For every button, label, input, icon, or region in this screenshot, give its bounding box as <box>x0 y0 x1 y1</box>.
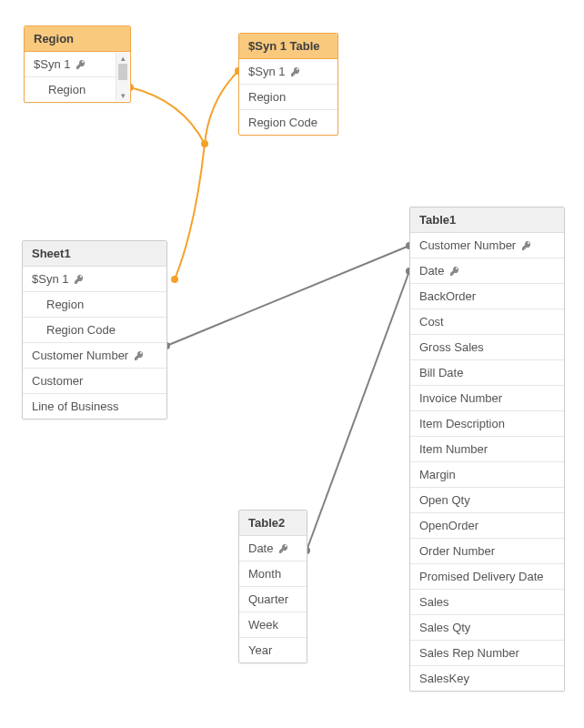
field-row[interactable]: Quarter <box>239 587 307 612</box>
field-row[interactable]: Region <box>239 85 337 110</box>
field-list: $Syn 1Region <box>25 52 130 102</box>
field-row[interactable]: OpenOrder <box>410 513 564 539</box>
field-row[interactable]: $Syn 1 <box>23 267 166 292</box>
table-region[interactable]: Region $Syn 1Region ▴ ▾ <box>24 25 131 103</box>
field-label: Customer Number <box>32 349 128 362</box>
field-row[interactable]: $Syn 1 <box>25 52 116 77</box>
field-label: Order Number <box>419 544 495 558</box>
field-label: SalesKey <box>419 672 469 685</box>
field-label: Item Description <box>419 417 505 430</box>
field-label: Week <box>248 618 278 632</box>
field-row[interactable]: $Syn 1 <box>239 59 337 85</box>
field-label: Customer Number <box>419 238 516 252</box>
field-row[interactable]: Line of Business <box>23 394 166 419</box>
scrollbar[interactable]: ▴ ▾ <box>116 53 129 101</box>
table-header[interactable]: Table2 <box>239 511 307 536</box>
field-row[interactable]: Customer Number <box>23 343 166 369</box>
field-row[interactable]: Invoice Number <box>410 386 564 411</box>
field-row[interactable]: Order Number <box>410 539 564 564</box>
table-header[interactable]: $Syn 1 Table <box>239 34 337 59</box>
table-sheet1[interactable]: Sheet1 $Syn 1RegionRegion CodeCustomer N… <box>22 240 167 420</box>
key-icon <box>134 350 145 361</box>
field-row[interactable]: Date <box>239 536 307 561</box>
field-row[interactable]: Item Number <box>410 437 564 462</box>
key-icon <box>76 59 86 70</box>
field-label: Region <box>48 83 86 96</box>
field-label: Date <box>419 264 444 278</box>
field-row[interactable]: Customer <box>23 369 166 394</box>
field-label: Invoice Number <box>419 391 502 405</box>
table-syn1[interactable]: $Syn 1 Table $Syn 1RegionRegion Code <box>238 33 338 136</box>
field-row[interactable]: BackOrder <box>410 284 564 309</box>
field-row[interactable]: Region <box>25 77 116 102</box>
key-icon <box>278 543 289 554</box>
key-icon <box>290 66 301 77</box>
field-label: Date <box>248 541 273 555</box>
title: Sheet1 <box>32 247 71 260</box>
field-row[interactable]: Week <box>239 612 307 638</box>
field-label: $Syn 1 <box>248 65 285 78</box>
table-table2[interactable]: Table2 DateMonthQuarterWeekYear <box>238 510 307 663</box>
field-label: Sales Rep Number <box>419 646 519 660</box>
key-icon <box>449 266 460 277</box>
field-row[interactable]: Sales <box>410 590 564 615</box>
field-row[interactable]: Date <box>410 258 564 284</box>
field-label: Gross Sales <box>419 340 484 354</box>
table-table1[interactable]: Table1 Customer NumberDateBackOrderCostG… <box>409 207 565 692</box>
field-label: Quarter <box>248 592 288 606</box>
field-label: $Syn 1 <box>34 57 70 71</box>
field-label: Sales <box>419 595 449 609</box>
field-list: Customer NumberDateBackOrderCostGross Sa… <box>410 233 564 691</box>
svg-point-3 <box>171 276 178 283</box>
table-header[interactable]: Table1 <box>410 207 564 233</box>
field-label: Line of Business <box>32 399 118 413</box>
field-label: Month <box>248 567 281 581</box>
field-row[interactable]: Bill Date <box>410 360 564 386</box>
table-header[interactable]: Sheet1 <box>23 241 166 267</box>
key-icon <box>521 240 532 251</box>
title: Table2 <box>248 516 285 530</box>
field-label: Promised Delivery Date <box>419 570 544 583</box>
field-label: Item Number <box>419 442 488 456</box>
field-row[interactable]: SalesKey <box>410 666 564 691</box>
field-row[interactable]: Sales Rep Number <box>410 641 564 666</box>
field-list: DateMonthQuarterWeekYear <box>239 536 307 662</box>
field-label: Region <box>46 298 84 311</box>
field-row[interactable]: Promised Delivery Date <box>410 564 564 590</box>
field-row[interactable]: Cost <box>410 309 564 335</box>
title: $Syn 1 Table <box>248 39 320 53</box>
scroll-track[interactable] <box>116 80 129 90</box>
field-row[interactable]: Region <box>23 292 166 318</box>
title: Region <box>34 32 74 46</box>
field-row[interactable]: Gross Sales <box>410 335 564 360</box>
field-row[interactable]: Region Code <box>23 318 166 343</box>
table-header[interactable]: Region <box>25 26 130 52</box>
field-row[interactable]: Item Description <box>410 411 564 437</box>
field-row[interactable]: Open Qty <box>410 488 564 513</box>
field-list: $Syn 1RegionRegion Code <box>239 59 337 135</box>
field-label: BackOrder <box>419 289 476 303</box>
scroll-down-icon[interactable]: ▾ <box>116 90 129 101</box>
field-label: Sales Qty <box>419 621 470 634</box>
field-label: $Syn 1 <box>32 272 68 286</box>
key-icon <box>74 274 85 285</box>
field-label: Region Code <box>46 323 116 337</box>
field-label: Open Qty <box>419 493 470 507</box>
field-label: Margin <box>419 468 456 481</box>
field-row[interactable]: Region Code <box>239 110 337 135</box>
scroll-up-icon[interactable]: ▴ <box>116 53 129 64</box>
field-row[interactable]: Sales Qty <box>410 615 564 641</box>
title: Table1 <box>419 213 456 227</box>
field-list: $Syn 1RegionRegion CodeCustomer NumberCu… <box>23 267 166 419</box>
field-row[interactable]: Customer Number <box>410 233 564 258</box>
field-label: Year <box>248 643 272 657</box>
field-row[interactable]: Margin <box>410 462 564 488</box>
scroll-thumb[interactable] <box>118 64 127 80</box>
field-label: Cost <box>419 315 444 329</box>
field-label: Region Code <box>248 116 317 129</box>
field-row[interactable]: Year <box>239 638 307 662</box>
field-label: Region <box>248 90 286 104</box>
field-label: Bill Date <box>419 366 463 379</box>
field-row[interactable]: Month <box>239 561 307 587</box>
svg-point-2 <box>201 140 208 147</box>
